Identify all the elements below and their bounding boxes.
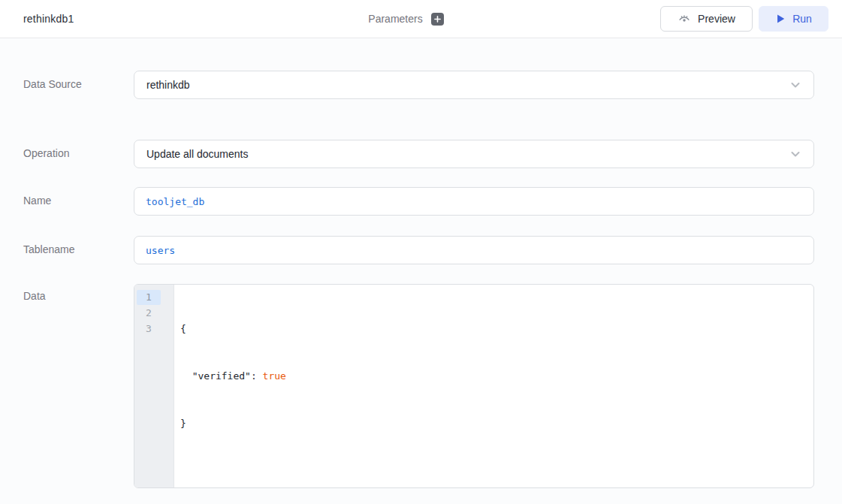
- operation-value: Update all documents: [146, 148, 789, 160]
- gutter-line: 1: [134, 289, 174, 305]
- data-code-editor[interactable]: 1 2 3 { "verified": true }: [134, 284, 814, 488]
- name-label: Name: [23, 187, 134, 216]
- line-number: 3: [137, 321, 161, 337]
- data-row: Data 1 2 3 { "verified": true: [23, 284, 814, 488]
- tablename-row: Tablename: [23, 236, 814, 264]
- line-number-gutter: 1 2 3: [134, 285, 174, 487]
- gutter-line: 2: [134, 305, 174, 321]
- data-source-value: rethinkdb: [146, 79, 789, 91]
- preview-button[interactable]: Preview: [660, 6, 753, 32]
- data-source-select[interactable]: rethinkdb: [134, 71, 814, 99]
- add-parameter-button[interactable]: [431, 13, 444, 26]
- operation-row: Operation Update all documents: [23, 140, 814, 168]
- line-number: 2: [137, 306, 161, 321]
- data-source-label: Data Source: [23, 71, 134, 99]
- plus-icon: [434, 16, 441, 23]
- operation-select[interactable]: Update all documents: [134, 140, 814, 168]
- parameters-label: Parameters: [368, 13, 422, 25]
- tablename-input[interactable]: [134, 236, 814, 264]
- code-line-2: "verified": true: [180, 368, 813, 384]
- name-input[interactable]: [134, 187, 814, 216]
- json-value-true: true: [263, 370, 286, 382]
- run-button-label: Run: [792, 13, 812, 25]
- operation-label: Operation: [23, 140, 134, 168]
- json-key: "verified": [192, 370, 251, 382]
- play-icon: [775, 14, 786, 24]
- preview-button-label: Preview: [698, 13, 735, 25]
- line-number-active: 1: [137, 290, 161, 305]
- chevron-down-icon: [789, 148, 801, 160]
- code-line-3: }: [180, 415, 813, 431]
- query-title: rethinkdb1: [23, 13, 74, 25]
- eye-icon: [678, 13, 691, 25]
- data-label: Data: [23, 284, 134, 488]
- query-topbar: rethinkdb1 Parameters Preview Run: [0, 0, 842, 38]
- code-line-1: {: [180, 321, 813, 337]
- chevron-down-icon: [789, 79, 801, 91]
- code-content[interactable]: { "verified": true }: [174, 285, 813, 487]
- tablename-label: Tablename: [23, 236, 134, 264]
- query-editor-body: Data Source rethinkdb Operation Update a…: [0, 38, 842, 488]
- data-source-row: Data Source rethinkdb: [23, 71, 814, 99]
- gutter-line: 3: [134, 321, 174, 337]
- name-row: Name: [23, 187, 814, 216]
- run-button[interactable]: Run: [759, 6, 828, 32]
- topbar-actions: Preview Run: [660, 6, 842, 32]
